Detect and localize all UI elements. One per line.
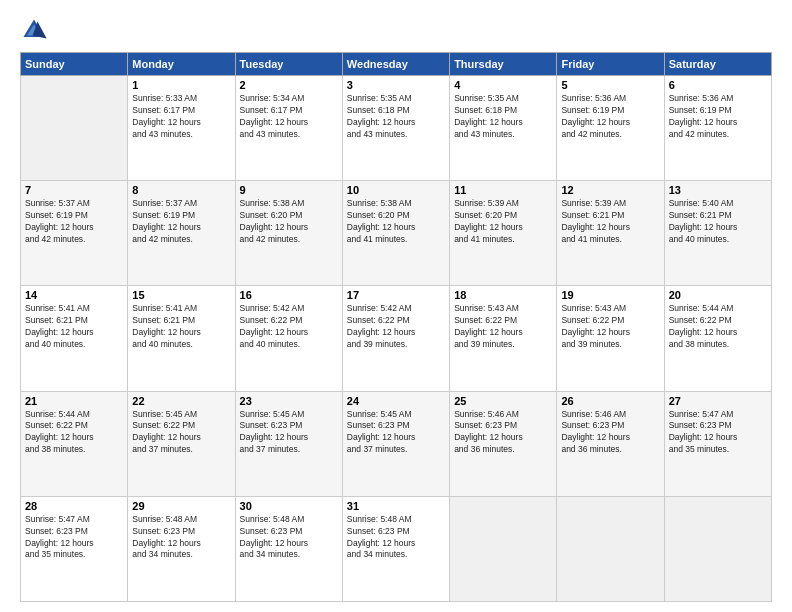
day-number: 17 — [347, 289, 445, 301]
calendar-cell — [450, 496, 557, 601]
day-number: 29 — [132, 500, 230, 512]
day-number: 7 — [25, 184, 123, 196]
day-info: Sunrise: 5:45 AMSunset: 6:22 PMDaylight:… — [132, 409, 230, 457]
calendar-week: 1Sunrise: 5:33 AMSunset: 6:17 PMDaylight… — [21, 76, 772, 181]
day-number: 30 — [240, 500, 338, 512]
calendar-cell: 1Sunrise: 5:33 AMSunset: 6:17 PMDaylight… — [128, 76, 235, 181]
calendar-cell: 21Sunrise: 5:44 AMSunset: 6:22 PMDayligh… — [21, 391, 128, 496]
day-info: Sunrise: 5:37 AMSunset: 6:19 PMDaylight:… — [25, 198, 123, 246]
day-info: Sunrise: 5:48 AMSunset: 6:23 PMDaylight:… — [240, 514, 338, 562]
calendar-week: 28Sunrise: 5:47 AMSunset: 6:23 PMDayligh… — [21, 496, 772, 601]
day-info: Sunrise: 5:41 AMSunset: 6:21 PMDaylight:… — [25, 303, 123, 351]
calendar-cell: 6Sunrise: 5:36 AMSunset: 6:19 PMDaylight… — [664, 76, 771, 181]
day-number: 8 — [132, 184, 230, 196]
weekday-header: Friday — [557, 53, 664, 76]
day-number: 15 — [132, 289, 230, 301]
calendar-cell: 11Sunrise: 5:39 AMSunset: 6:20 PMDayligh… — [450, 181, 557, 286]
day-number: 4 — [454, 79, 552, 91]
page: SundayMondayTuesdayWednesdayThursdayFrid… — [0, 0, 792, 612]
calendar-cell: 9Sunrise: 5:38 AMSunset: 6:20 PMDaylight… — [235, 181, 342, 286]
day-number: 26 — [561, 395, 659, 407]
day-info: Sunrise: 5:34 AMSunset: 6:17 PMDaylight:… — [240, 93, 338, 141]
day-info: Sunrise: 5:42 AMSunset: 6:22 PMDaylight:… — [347, 303, 445, 351]
day-info: Sunrise: 5:38 AMSunset: 6:20 PMDaylight:… — [347, 198, 445, 246]
day-info: Sunrise: 5:47 AMSunset: 6:23 PMDaylight:… — [669, 409, 767, 457]
day-number: 25 — [454, 395, 552, 407]
day-info: Sunrise: 5:48 AMSunset: 6:23 PMDaylight:… — [347, 514, 445, 562]
calendar-cell: 31Sunrise: 5:48 AMSunset: 6:23 PMDayligh… — [342, 496, 449, 601]
weekday-header: Saturday — [664, 53, 771, 76]
calendar-cell: 13Sunrise: 5:40 AMSunset: 6:21 PMDayligh… — [664, 181, 771, 286]
calendar-cell: 18Sunrise: 5:43 AMSunset: 6:22 PMDayligh… — [450, 286, 557, 391]
day-number: 19 — [561, 289, 659, 301]
day-info: Sunrise: 5:45 AMSunset: 6:23 PMDaylight:… — [347, 409, 445, 457]
calendar-cell: 14Sunrise: 5:41 AMSunset: 6:21 PMDayligh… — [21, 286, 128, 391]
day-info: Sunrise: 5:37 AMSunset: 6:19 PMDaylight:… — [132, 198, 230, 246]
calendar-cell: 20Sunrise: 5:44 AMSunset: 6:22 PMDayligh… — [664, 286, 771, 391]
day-info: Sunrise: 5:33 AMSunset: 6:17 PMDaylight:… — [132, 93, 230, 141]
day-info: Sunrise: 5:43 AMSunset: 6:22 PMDaylight:… — [561, 303, 659, 351]
calendar-cell: 25Sunrise: 5:46 AMSunset: 6:23 PMDayligh… — [450, 391, 557, 496]
calendar-cell: 30Sunrise: 5:48 AMSunset: 6:23 PMDayligh… — [235, 496, 342, 601]
day-number: 20 — [669, 289, 767, 301]
day-info: Sunrise: 5:44 AMSunset: 6:22 PMDaylight:… — [669, 303, 767, 351]
day-number: 1 — [132, 79, 230, 91]
calendar-cell — [21, 76, 128, 181]
day-number: 31 — [347, 500, 445, 512]
calendar-cell: 16Sunrise: 5:42 AMSunset: 6:22 PMDayligh… — [235, 286, 342, 391]
day-info: Sunrise: 5:47 AMSunset: 6:23 PMDaylight:… — [25, 514, 123, 562]
calendar-cell: 5Sunrise: 5:36 AMSunset: 6:19 PMDaylight… — [557, 76, 664, 181]
calendar-cell — [664, 496, 771, 601]
calendar-cell: 17Sunrise: 5:42 AMSunset: 6:22 PMDayligh… — [342, 286, 449, 391]
day-number: 27 — [669, 395, 767, 407]
day-number: 11 — [454, 184, 552, 196]
day-number: 24 — [347, 395, 445, 407]
day-number: 2 — [240, 79, 338, 91]
calendar-cell: 27Sunrise: 5:47 AMSunset: 6:23 PMDayligh… — [664, 391, 771, 496]
day-number: 21 — [25, 395, 123, 407]
day-info: Sunrise: 5:41 AMSunset: 6:21 PMDaylight:… — [132, 303, 230, 351]
calendar-cell: 28Sunrise: 5:47 AMSunset: 6:23 PMDayligh… — [21, 496, 128, 601]
day-number: 23 — [240, 395, 338, 407]
day-info: Sunrise: 5:36 AMSunset: 6:19 PMDaylight:… — [669, 93, 767, 141]
day-info: Sunrise: 5:36 AMSunset: 6:19 PMDaylight:… — [561, 93, 659, 141]
day-number: 18 — [454, 289, 552, 301]
day-number: 6 — [669, 79, 767, 91]
weekday-header: Wednesday — [342, 53, 449, 76]
day-number: 10 — [347, 184, 445, 196]
calendar-cell: 10Sunrise: 5:38 AMSunset: 6:20 PMDayligh… — [342, 181, 449, 286]
calendar-cell: 19Sunrise: 5:43 AMSunset: 6:22 PMDayligh… — [557, 286, 664, 391]
day-info: Sunrise: 5:39 AMSunset: 6:21 PMDaylight:… — [561, 198, 659, 246]
calendar-cell: 8Sunrise: 5:37 AMSunset: 6:19 PMDaylight… — [128, 181, 235, 286]
day-info: Sunrise: 5:45 AMSunset: 6:23 PMDaylight:… — [240, 409, 338, 457]
calendar-week: 14Sunrise: 5:41 AMSunset: 6:21 PMDayligh… — [21, 286, 772, 391]
calendar-cell — [557, 496, 664, 601]
day-number: 13 — [669, 184, 767, 196]
day-info: Sunrise: 5:44 AMSunset: 6:22 PMDaylight:… — [25, 409, 123, 457]
calendar-week: 21Sunrise: 5:44 AMSunset: 6:22 PMDayligh… — [21, 391, 772, 496]
calendar-cell: 4Sunrise: 5:35 AMSunset: 6:18 PMDaylight… — [450, 76, 557, 181]
weekday-header: Thursday — [450, 53, 557, 76]
day-number: 3 — [347, 79, 445, 91]
calendar-cell: 29Sunrise: 5:48 AMSunset: 6:23 PMDayligh… — [128, 496, 235, 601]
day-number: 12 — [561, 184, 659, 196]
day-info: Sunrise: 5:46 AMSunset: 6:23 PMDaylight:… — [454, 409, 552, 457]
calendar-cell: 2Sunrise: 5:34 AMSunset: 6:17 PMDaylight… — [235, 76, 342, 181]
day-number: 9 — [240, 184, 338, 196]
day-info: Sunrise: 5:35 AMSunset: 6:18 PMDaylight:… — [347, 93, 445, 141]
day-info: Sunrise: 5:38 AMSunset: 6:20 PMDaylight:… — [240, 198, 338, 246]
calendar-cell: 3Sunrise: 5:35 AMSunset: 6:18 PMDaylight… — [342, 76, 449, 181]
logo — [20, 16, 50, 44]
weekday-header: Sunday — [21, 53, 128, 76]
calendar-cell: 12Sunrise: 5:39 AMSunset: 6:21 PMDayligh… — [557, 181, 664, 286]
calendar-cell: 22Sunrise: 5:45 AMSunset: 6:22 PMDayligh… — [128, 391, 235, 496]
calendar-cell: 7Sunrise: 5:37 AMSunset: 6:19 PMDaylight… — [21, 181, 128, 286]
header — [20, 16, 772, 44]
day-number: 16 — [240, 289, 338, 301]
calendar-week: 7Sunrise: 5:37 AMSunset: 6:19 PMDaylight… — [21, 181, 772, 286]
day-info: Sunrise: 5:43 AMSunset: 6:22 PMDaylight:… — [454, 303, 552, 351]
day-info: Sunrise: 5:42 AMSunset: 6:22 PMDaylight:… — [240, 303, 338, 351]
day-info: Sunrise: 5:35 AMSunset: 6:18 PMDaylight:… — [454, 93, 552, 141]
logo-icon — [20, 16, 48, 44]
day-number: 28 — [25, 500, 123, 512]
